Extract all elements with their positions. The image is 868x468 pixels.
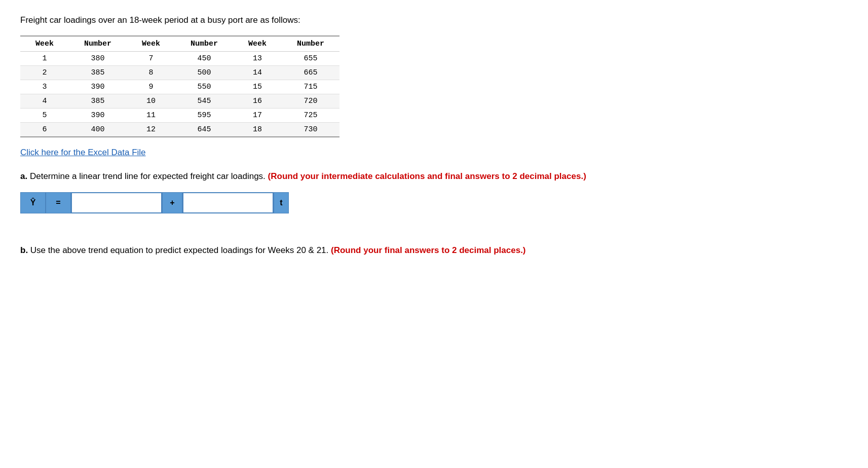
plus-label: + — [162, 192, 182, 213]
table-cell: 725 — [282, 109, 339, 123]
col-header-week3: Week — [233, 36, 282, 52]
table-cell: 385 — [69, 94, 127, 109]
table-cell: 655 — [282, 52, 339, 66]
table-cell: 500 — [175, 66, 233, 80]
table-cell: 8 — [127, 66, 175, 80]
question-a-label: a. — [20, 171, 27, 181]
table-cell: 17 — [233, 109, 282, 123]
question-b-emphasis: (Round your final answers to 2 decimal p… — [331, 245, 525, 255]
col-header-week2: Week — [127, 36, 175, 52]
question-b-label: b. — [20, 245, 28, 255]
question-a-body: Determine a linear trend line for expect… — [30, 171, 268, 181]
question-b-text: b. Use the above trend equation to predi… — [20, 244, 848, 257]
table-cell: 14 — [233, 66, 282, 80]
table-cell: 6 — [20, 123, 69, 137]
table-cell: 4 — [20, 94, 69, 109]
table-cell: 665 — [282, 66, 339, 80]
excel-data-link[interactable]: Click here for the Excel Data File — [20, 148, 146, 158]
table-cell: 1 — [20, 52, 69, 66]
equation-row: Ŷ = + t — [20, 192, 848, 213]
table-row: 2385850014665 — [20, 66, 339, 80]
table-row: 43851054516720 — [20, 94, 339, 109]
table-cell: 12 — [127, 123, 175, 137]
table-cell: 450 — [175, 52, 233, 66]
table-row: 53901159517725 — [20, 109, 339, 123]
table-cell: 645 — [175, 123, 233, 137]
table-cell: 550 — [175, 80, 233, 94]
table-cell: 400 — [69, 123, 127, 137]
t-label: t — [274, 192, 289, 213]
table-cell: 5 — [20, 109, 69, 123]
col-header-number2: Number — [175, 36, 233, 52]
table-cell: 15 — [233, 80, 282, 94]
table-cell: 7 — [127, 52, 175, 66]
table-row: 3390955015715 — [20, 80, 339, 94]
table-row: 64001264518730 — [20, 123, 339, 137]
table-cell: 3 — [20, 80, 69, 94]
table-cell: 730 — [282, 123, 339, 137]
table-cell: 595 — [175, 109, 233, 123]
col-header-number1: Number — [69, 36, 127, 52]
question-a-section: a. Determine a linear trend line for exp… — [20, 170, 848, 213]
table-cell: 10 — [127, 94, 175, 109]
intro-text: Freight car loadings over an 18-week per… — [20, 15, 848, 25]
table-cell: 390 — [69, 109, 127, 123]
table-cell: 545 — [175, 94, 233, 109]
table-row: 1380745013655 — [20, 52, 339, 66]
table-cell: 2 — [20, 66, 69, 80]
question-b-section: b. Use the above trend equation to predi… — [20, 244, 848, 257]
question-b-body: Use the above trend equation to predict … — [30, 245, 331, 255]
intercept-input[interactable] — [71, 192, 162, 213]
table-cell: 385 — [69, 66, 127, 80]
table-header-row: Week Number Week Number Week Number — [20, 36, 339, 52]
equals-label: = — [46, 192, 71, 213]
question-a-emphasis: (Round your intermediate calculations an… — [268, 171, 586, 181]
table-cell: 390 — [69, 80, 127, 94]
slope-input[interactable] — [182, 192, 274, 213]
col-header-number3: Number — [282, 36, 339, 52]
table-cell: 16 — [233, 94, 282, 109]
table-cell: 11 — [127, 109, 175, 123]
data-table: Week Number Week Number Week Number 1380… — [20, 35, 339, 137]
table-cell: 9 — [127, 80, 175, 94]
table-cell: 18 — [233, 123, 282, 137]
table-cell: 380 — [69, 52, 127, 66]
table-cell: 720 — [282, 94, 339, 109]
y-hat-label: Ŷ — [20, 192, 46, 213]
table-cell: 715 — [282, 80, 339, 94]
table-cell: 13 — [233, 52, 282, 66]
question-a-text: a. Determine a linear trend line for exp… — [20, 170, 848, 183]
col-header-week1: Week — [20, 36, 69, 52]
